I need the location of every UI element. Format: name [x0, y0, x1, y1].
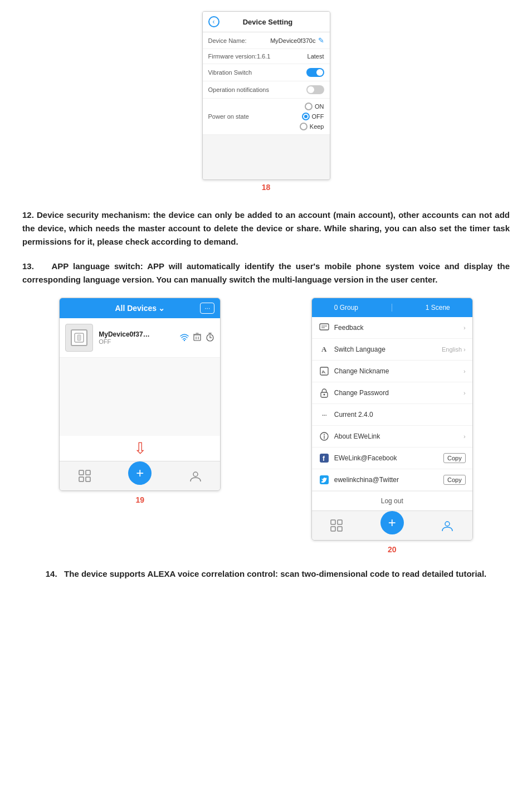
switch-language-label: Switch Language: [334, 346, 437, 353]
feedback-label: Feedback: [334, 324, 459, 332]
svg-point-2: [184, 339, 185, 341]
add-button-right[interactable]: +: [380, 511, 404, 534]
radio-keep[interactable]: Keep: [300, 123, 324, 130]
logout-row[interactable]: Log out: [312, 491, 472, 510]
page-number-20: 20: [388, 545, 397, 554]
vibration-switch-row: Vibration Switch: [203, 64, 330, 81]
svg-rect-20: [320, 367, 328, 375]
svg-rect-13: [86, 470, 90, 475]
radio-on-label: ON: [315, 103, 324, 110]
grid-icon[interactable]: [79, 470, 91, 482]
dots-button[interactable]: ···: [200, 303, 214, 314]
back-button[interactable]: ‹: [208, 16, 219, 27]
twitter-copy-button[interactable]: Copy: [443, 475, 466, 485]
vibration-toggle[interactable]: [306, 68, 324, 77]
section-12-number: 12.: [22, 210, 37, 220]
facebook-icon: f: [319, 453, 330, 464]
current-version-row: ··· Current 2.4.0: [312, 404, 472, 426]
svg-point-25: [324, 434, 325, 435]
change-nickname-label: Change Nickname: [334, 367, 459, 375]
section-12: 12. Device security mechanism: the devic…: [22, 208, 510, 249]
radio-on[interactable]: ON: [305, 103, 324, 110]
feedback-row[interactable]: Feedback ›: [312, 317, 472, 339]
col-right: 0 Group 1 Scene Feedback ›: [275, 298, 510, 554]
section-13-content: APP language switch: APP will automatica…: [22, 261, 510, 284]
section-14: 14. The device supports ALEXA voice corr…: [22, 567, 510, 581]
phone-left: All Devices ⌄ ··· MyDevice0f37… OF: [59, 298, 221, 491]
phone-right: 0 Group 1 Scene Feedback ›: [311, 298, 473, 541]
svg-point-16: [193, 472, 198, 476]
svg-rect-12: [79, 470, 84, 475]
about-ewelink-label: About EWeLink: [334, 432, 459, 440]
operation-label: Operation notifications: [208, 86, 269, 93]
about-ewelink-row[interactable]: About EWeLink ›: [312, 426, 472, 447]
firmware-row: Firmware version:1.6.1 Latest: [203, 49, 330, 64]
password-icon: [319, 387, 330, 398]
password-chevron: ›: [463, 390, 466, 396]
chevron-icon: ⌄: [158, 304, 165, 313]
device-status: OFF: [99, 338, 174, 345]
svg-rect-1: [77, 335, 81, 341]
feedback-chevron: ›: [463, 324, 466, 331]
firmware-value: Latest: [308, 53, 324, 60]
nickname-icon: [319, 366, 330, 377]
all-devices-bar: All Devices ⌄ ···: [60, 298, 220, 318]
svg-rect-31: [331, 527, 335, 531]
radio-off[interactable]: OFF: [302, 113, 324, 120]
current-version-label: Current 2.4.0: [334, 411, 461, 419]
firmware-label: Firmware version:1.6.1: [208, 53, 271, 60]
wifi-icon: [180, 333, 189, 343]
radio-keep-label: Keep: [310, 123, 324, 130]
timer-icon[interactable]: [206, 333, 214, 343]
device-icon: [65, 324, 93, 352]
vibration-label: Vibration Switch: [208, 69, 252, 76]
change-password-row[interactable]: Change Password ›: [312, 382, 472, 404]
trash-icon[interactable]: [193, 333, 201, 343]
user-icon-right[interactable]: [441, 519, 453, 532]
switch-svg: [74, 332, 85, 343]
section-14-text: 14. The device supports ALEXA voice corr…: [22, 567, 510, 581]
switch-language-row[interactable]: A Switch Language English ›: [312, 339, 472, 361]
screenshots-row: All Devices ⌄ ··· MyDevice0f37… OF: [22, 298, 510, 554]
add-button[interactable]: +: [128, 461, 152, 485]
section-14-content: The device supports ALEXA voice correlat…: [64, 569, 486, 578]
svg-rect-17: [320, 324, 329, 330]
radio-on-indicator: [305, 103, 313, 110]
change-nickname-row[interactable]: Change Nickname ›: [312, 361, 472, 382]
twitter-icon: [319, 474, 330, 485]
language-icon: A: [319, 344, 330, 355]
device-name-row: Device Name: MyDevice0f370c ✎: [203, 32, 330, 49]
page-number-19: 19: [135, 495, 144, 504]
device-setting-header: ‹ Device Setting: [203, 12, 330, 32]
down-arrow-container: ⇩: [60, 436, 220, 461]
svg-rect-3: [194, 335, 201, 341]
all-devices-label[interactable]: All Devices ⌄: [115, 304, 165, 313]
section-14-number: 14.: [46, 569, 64, 578]
facebook-copy[interactable]: Copy: [443, 453, 466, 463]
operation-toggle[interactable]: [306, 85, 324, 94]
col-left: All Devices ⌄ ··· MyDevice0f37… OF: [22, 298, 258, 504]
user-header: 0 Group 1 Scene: [312, 298, 472, 317]
power-on-state-row: Power on state ON OFF Keep: [203, 99, 330, 135]
twitter-label: ewelinkchina@Twitter: [334, 476, 439, 484]
svg-point-33: [445, 522, 450, 526]
power-on-label: Power on state: [208, 113, 249, 120]
section-12-content: Device security mechanism: the device ca…: [22, 210, 510, 246]
section-12-text: 12. Device security mechanism: the devic…: [22, 208, 510, 249]
all-devices-text: All Devices: [115, 304, 157, 313]
grid-icon-right[interactable]: [330, 519, 343, 532]
group-count: 0 Group: [334, 304, 358, 312]
language-right: English ›: [442, 346, 466, 353]
device-name-left: MyDevice0f37…: [99, 330, 174, 338]
section-13: 13. APP language switch: APP will automa…: [22, 260, 510, 286]
operation-notifications-row: Operation notifications: [203, 81, 330, 99]
version-icon: ···: [319, 409, 330, 420]
feedback-icon: [319, 322, 330, 333]
user-icon-left[interactable]: [189, 470, 202, 482]
svg-rect-30: [338, 520, 342, 524]
twitter-copy[interactable]: Copy: [443, 475, 466, 485]
edit-icon[interactable]: ✎: [318, 36, 324, 45]
facebook-copy-button[interactable]: Copy: [443, 453, 466, 463]
left-bottom-bar: +: [60, 461, 220, 490]
switch-image: [71, 329, 87, 346]
